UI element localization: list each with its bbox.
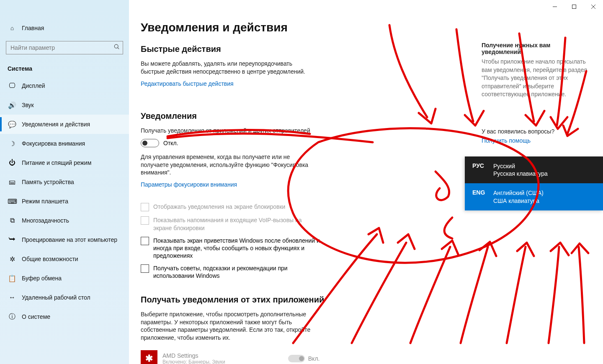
svg-rect-1: [572, 5, 576, 9]
nav-label: О системе: [22, 313, 50, 320]
sidebar-item-8[interactable]: ⮩Проецирование на этот компьютер: [0, 230, 129, 249]
checkbox-row-1: Показывать напоминания и входящие VoIP-в…: [141, 216, 321, 231]
sidebar-item-2[interactable]: 💬Уведомления и действия: [0, 115, 129, 134]
checkbox-row-0: Отображать уведомления на экране блокиро…: [141, 203, 321, 211]
right-desc: Чтобы приложение начало присылать вам ув…: [482, 58, 590, 99]
nav-label: Проецирование на этот компьютер: [22, 236, 117, 243]
checkbox-label: Отображать уведомления на экране блокиро…: [153, 203, 285, 210]
app-sub: Включено: Баннеры, Звуки: [162, 359, 225, 364]
svg-line-5: [118, 48, 119, 49]
quick-actions-desc: Вы можете добавлять, удалять или переупо…: [141, 60, 317, 76]
nav-label: Фокусировка внимания: [22, 140, 85, 147]
sidebar-item-10[interactable]: 📋Буфер обмена: [0, 269, 129, 288]
minimize-icon: [553, 5, 557, 9]
close-icon: [591, 5, 595, 9]
minimize-button[interactable]: [545, 0, 564, 13]
nav-icon: ⓘ: [8, 313, 17, 321]
nav-icon: ⧉: [8, 217, 17, 224]
maximize-icon: [572, 5, 576, 9]
checkbox-label: Показывать экран приветствия Windows пос…: [153, 237, 321, 260]
lang-kbd: США клавиатура: [493, 197, 544, 205]
nav-label: Общие возможности: [22, 256, 78, 262]
right-heading: Получение нужных вам уведомлений: [482, 42, 590, 55]
checkbox-icon: [141, 216, 149, 225]
app-row-amd[interactable]: ✱ AMD Settings Включено: Баннеры, Звуки …: [141, 350, 603, 364]
notifications-toggle-state: Откл.: [163, 140, 178, 146]
sidebar-home[interactable]: ⌂ Главная: [0, 18, 129, 38]
nav-icon: ⏻: [8, 159, 17, 167]
page-title: Уведомления и действия: [141, 21, 603, 34]
checkbox-icon: [141, 237, 149, 245]
apps-heading: Получать уведомления от этих приложений: [141, 295, 603, 305]
nav-icon: 🔊: [8, 101, 17, 109]
sidebar-item-4[interactable]: ⏻Питание и спящий режим: [0, 153, 129, 172]
sidebar-item-6[interactable]: ⌨Режим планшета: [0, 192, 129, 211]
sidebar-item-12[interactable]: ⓘО системе: [0, 307, 129, 326]
sidebar-item-0[interactable]: 🖵Дисплей: [0, 76, 129, 95]
nav-icon: 💬: [8, 120, 17, 128]
lang-code: ENG: [472, 189, 493, 204]
svg-point-4: [114, 44, 118, 48]
lang-item-РУС[interactable]: РУСРусскийРусская клавиатура: [465, 156, 603, 183]
nav-label: Уведомления и действия: [22, 121, 90, 128]
maximize-button[interactable]: [564, 0, 584, 13]
right-question: У вас появились вопросы?: [482, 128, 590, 135]
sidebar-item-3[interactable]: ☽Фокусировка внимания: [0, 134, 129, 153]
nav-icon: 🖵: [8, 82, 17, 90]
nav-icon: ⌨: [8, 197, 17, 205]
sidebar-item-5[interactable]: 🖴Память устройства: [0, 172, 129, 192]
checkbox-label: Показывать напоминания и входящие VoIP-в…: [153, 216, 321, 231]
sidebar-group-title: Система: [0, 59, 129, 76]
nav-label: Буфер обмена: [22, 275, 62, 282]
sidebar-home-label: Главная: [22, 25, 44, 31]
notifications-toggle[interactable]: [141, 139, 159, 147]
edit-quick-actions-link[interactable]: Редактировать быстрые действия: [141, 80, 234, 87]
sidebar: ⌂ Главная Система 🖵Дисплей🔊Звук💬Уведомле…: [0, 0, 129, 364]
checkbox-icon: [141, 264, 149, 273]
nav-icon: ⮩: [8, 236, 17, 244]
get-help-link[interactable]: Получить помощь: [482, 137, 590, 144]
nav-label: Память устройства: [22, 179, 74, 185]
nav-icon: ✲: [8, 255, 17, 263]
checkbox-row-2[interactable]: Показывать экран приветствия Windows пос…: [141, 237, 321, 260]
app-toggle[interactable]: [288, 355, 305, 362]
checkbox-icon: [141, 203, 149, 211]
focus-settings-link[interactable]: Параметры фокусировки внимания: [141, 181, 237, 188]
focus-desc: Для управления временем, когда вы получа…: [141, 153, 317, 177]
search-icon: [114, 44, 120, 51]
nav-label: Режим планшета: [22, 198, 68, 205]
nav-label: Дисплей: [22, 82, 45, 89]
notifications-label: Получать уведомления от приложений и дру…: [141, 127, 317, 135]
sidebar-item-11[interactable]: ↔Удаленный рабочий стол: [0, 288, 129, 307]
nav-label: Звук: [22, 102, 34, 108]
apps-desc: Выберите приложение, чтобы просмотреть д…: [141, 310, 317, 342]
lang-kbd: Русская клавиатура: [493, 170, 548, 177]
lang-name: Английский (США): [493, 189, 544, 197]
checkbox-row-3[interactable]: Получать советы, подсказки и рекомендаци…: [141, 264, 321, 279]
nav-icon: ☽: [8, 140, 17, 148]
nav-icon: 📋: [8, 274, 17, 282]
lang-code: РУС: [472, 162, 493, 177]
app-toggle-state: Вкл.: [308, 355, 320, 362]
lang-name: Русский: [493, 162, 548, 170]
nav-label: Питание и спящий режим: [22, 159, 91, 166]
lang-item-ENG[interactable]: ENGАнглийский (США)США клавиатура: [465, 183, 603, 210]
search-input[interactable]: [6, 41, 123, 54]
amd-logo-icon: ✱: [141, 350, 157, 364]
right-column: Получение нужных вам уведомлений Чтобы п…: [482, 42, 590, 144]
sidebar-item-7[interactable]: ⧉Многозадачность: [0, 211, 129, 230]
checkbox-label: Получать советы, подсказки и рекомендаци…: [153, 264, 321, 279]
nav-label: Многозадачность: [22, 217, 69, 224]
close-button[interactable]: [584, 0, 603, 13]
app-name: AMD Settings: [162, 352, 225, 359]
sidebar-item-1[interactable]: 🔊Звук: [0, 95, 129, 115]
sidebar-item-9[interactable]: ✲Общие возможности: [0, 249, 129, 269]
home-icon: ⌂: [8, 25, 17, 31]
language-switcher-popup: РУСРусскийРусская клавиатураENGАнглийски…: [465, 156, 603, 210]
nav-label: Удаленный рабочий стол: [22, 294, 90, 301]
nav-icon: 🖴: [8, 178, 17, 186]
nav-icon: ↔: [8, 294, 17, 301]
